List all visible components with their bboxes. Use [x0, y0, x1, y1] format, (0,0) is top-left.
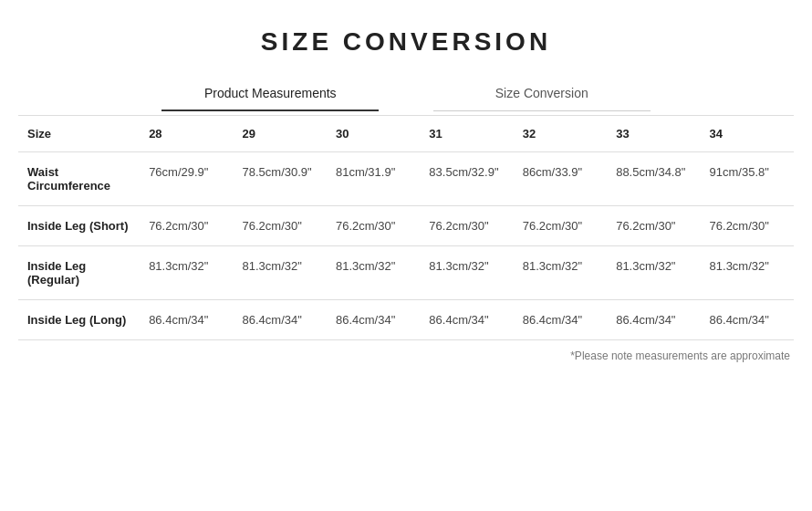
col-header-30: 30 — [327, 116, 420, 152]
row-label-inside-long: Inside Leg (Long) — [18, 300, 140, 340]
waist-31: 83.5cm/32.9" — [420, 152, 513, 206]
table-row: Inside Leg (Short) 76.2cm/30" 76.2cm/30"… — [18, 206, 794, 246]
footnote: *Please note measurements are approximat… — [18, 349, 794, 362]
waist-29: 78.5cm/30.9" — [234, 152, 327, 206]
table-row: Waist Circumference 76cm/29.9" 78.5cm/30… — [18, 152, 794, 206]
inside-short-30: 76.2cm/30" — [327, 206, 420, 246]
inside-long-31: 86.4cm/34" — [420, 300, 513, 340]
page-title: SIZE CONVERSION — [261, 27, 551, 57]
inside-long-34: 86.4cm/34" — [701, 300, 794, 340]
table-row: Inside Leg (Regular) 81.3cm/32" 81.3cm/3… — [18, 246, 794, 300]
inside-regular-33: 81.3cm/32" — [607, 246, 700, 300]
tab-size-conversion[interactable]: Size Conversion — [406, 78, 678, 111]
inside-long-32: 86.4cm/34" — [514, 300, 607, 340]
inside-short-32: 76.2cm/30" — [514, 206, 607, 246]
inside-regular-34: 81.3cm/32" — [701, 246, 794, 300]
inside-short-31: 76.2cm/30" — [420, 206, 513, 246]
col-header-size: Size — [18, 116, 140, 152]
col-header-32: 32 — [514, 116, 607, 152]
inside-short-28: 76.2cm/30" — [140, 206, 233, 246]
waist-28: 76cm/29.9" — [140, 152, 233, 206]
row-label-inside-short: Inside Leg (Short) — [18, 206, 140, 246]
size-conversion-table: Size 28 29 30 31 32 33 34 Waist Circumfe… — [18, 115, 794, 340]
inside-short-29: 76.2cm/30" — [234, 206, 327, 246]
col-header-28: 28 — [140, 116, 233, 152]
tab-product-measurements[interactable]: Product Measurements — [135, 78, 407, 111]
waist-34: 91cm/35.8" — [701, 152, 794, 206]
waist-32: 86cm/33.9" — [514, 152, 607, 206]
inside-regular-31: 81.3cm/32" — [420, 246, 513, 300]
col-header-33: 33 — [607, 116, 700, 152]
inside-short-33: 76.2cm/30" — [607, 206, 700, 246]
tabs-container: Product Measurements Size Conversion — [135, 78, 678, 111]
inside-regular-29: 81.3cm/32" — [234, 246, 327, 300]
waist-30: 81cm/31.9" — [327, 152, 420, 206]
waist-33: 88.5cm/34.8" — [607, 152, 700, 206]
inside-regular-28: 81.3cm/32" — [140, 246, 233, 300]
table-header-row: Size 28 29 30 31 32 33 34 — [18, 116, 794, 152]
col-header-29: 29 — [234, 116, 327, 152]
inside-long-29: 86.4cm/34" — [234, 300, 327, 340]
inside-long-33: 86.4cm/34" — [607, 300, 700, 340]
row-label-inside-regular: Inside Leg (Regular) — [18, 246, 140, 300]
inside-short-34: 76.2cm/30" — [701, 206, 794, 246]
inside-regular-30: 81.3cm/32" — [327, 246, 420, 300]
inside-regular-32: 81.3cm/32" — [514, 246, 607, 300]
table-row: Inside Leg (Long) 86.4cm/34" 86.4cm/34" … — [18, 300, 794, 340]
col-header-31: 31 — [420, 116, 513, 152]
row-label-waist: Waist Circumference — [18, 152, 140, 206]
inside-long-30: 86.4cm/34" — [327, 300, 420, 340]
col-header-34: 34 — [701, 116, 794, 152]
inside-long-28: 86.4cm/34" — [140, 300, 233, 340]
